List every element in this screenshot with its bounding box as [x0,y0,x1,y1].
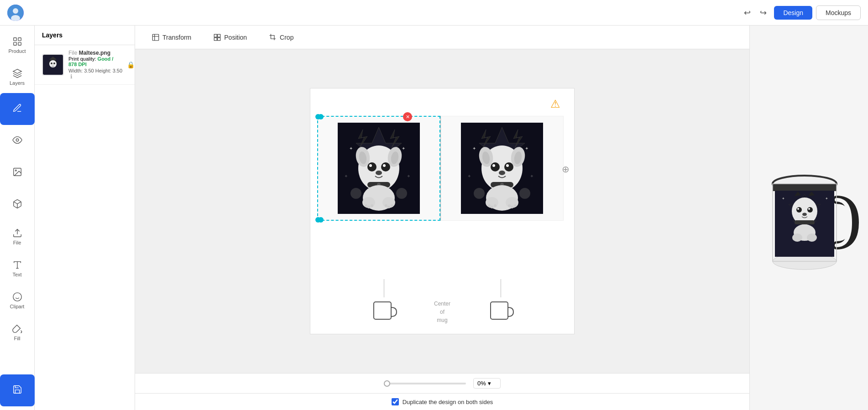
svg-point-90 [474,188,485,199]
svg-point-108 [808,208,810,210]
mockups-button[interactable]: Mockups [816,5,861,20]
mug-handles-area: Center of mug [370,279,514,325]
svg-point-91 [519,188,530,199]
right-image: ✦ ✦ ✧ ✧ [441,116,564,221]
topbar: ↩ ↪ Design Mockups [0,0,868,26]
svg-point-83 [508,204,511,207]
right-dog-svg: ✦ ✦ ✧ ✧ [461,123,543,214]
zoom-dropdown-arrow[interactable]: ▾ [488,380,491,387]
selection-close[interactable]: ✕ [403,112,412,121]
redo-button[interactable]: ↪ [756,6,770,20]
sidebar-label-clipart: Clipart [10,304,25,309]
zoom-value-text: 0% [477,380,486,387]
right-mug-icon [487,297,514,325]
undo-button[interactable]: ↩ [740,6,754,20]
svg-point-70 [491,162,500,171]
position-button[interactable]: Position [208,31,252,44]
sidebar-item-layers[interactable]: Layers [0,61,35,93]
crop-button[interactable]: Crop [263,31,299,44]
position-icon [213,33,221,42]
svg-point-9 [15,170,16,171]
position-label: Position [224,34,247,41]
sidebar-item-clipart[interactable]: Clipart [0,285,35,317]
sidebar-label-product: Product [9,48,26,54]
left-mug-icon [370,297,397,325]
svg-point-50 [367,206,370,208]
svg-point-39 [367,162,376,171]
svg-point-23 [53,62,55,64]
connector-line-left [383,279,384,297]
layer-dims: Width: 3.50 Height: 3.50 ℹ [68,68,122,80]
svg-rect-4 [18,38,21,41]
layers-panel-header: Layers [35,26,135,45]
svg-rect-98 [773,184,837,191]
svg-rect-110 [795,220,815,224]
avatar[interactable] [7,5,24,21]
svg-point-80 [488,204,491,207]
lock-icon[interactable]: 🔒 [127,61,135,68]
svg-point-54 [391,204,393,207]
sidebar-item-preview[interactable] [0,125,35,157]
svg-point-105 [796,207,802,213]
svg-point-72 [492,164,495,167]
svg-point-59 [350,188,361,199]
svg-text:✦: ✦ [525,146,528,151]
layer-quality: Print quality: Good / 878 DPI [68,56,122,67]
svg-point-14 [13,293,21,301]
canvas-area: Transform Position Crop ⚠ [135,26,749,410]
layers-panel: Layers File Maltese.png Print quality: G… [35,26,135,410]
design-canvas[interactable]: ⚠ [310,88,575,334]
sidebar-item-save[interactable] [0,374,35,406]
layer-item[interactable]: File Maltese.png Print quality: Good / 8… [35,45,135,85]
sidebar-item-draw[interactable] [0,93,35,125]
duplicate-checkbox[interactable] [392,398,399,405]
svg-point-113 [807,234,817,242]
connector-line-right [501,279,501,297]
duplicate-label: Duplicate the design on both sides [403,399,493,405]
design-button[interactable]: Design [774,6,812,20]
topbar-right: ↩ ↪ Design Mockups [740,5,861,20]
svg-text:✦: ✦ [402,146,405,151]
left-dog-svg: ✦ ✦ ✧ ✧ [338,123,420,214]
mug-preview-sidebar: ✦ ✦ [749,26,868,410]
svg-point-22 [51,62,52,64]
center-of-mug: Center of mug [434,299,450,324]
sidebar-item-text[interactable]: Text [0,253,35,285]
svg-point-43 [376,171,382,175]
svg-point-81 [491,206,493,208]
left-mug-connector [370,279,397,325]
main-area: Product Layers File [0,26,868,410]
left-image: ✦ ✦ ✧ ✧ [317,116,440,221]
svg-point-21 [49,60,57,67]
svg-text:✧: ✧ [530,174,533,178]
sidebar-item-file[interactable]: File [0,221,35,253]
svg-rect-3 [13,38,16,41]
svg-point-41 [369,164,372,167]
sidebar-label-layers: Layers [10,80,25,86]
svg-rect-6 [18,42,21,45]
sidebar-item-product[interactable]: Product [0,29,35,61]
svg-rect-29 [218,37,220,40]
svg-rect-5 [13,42,16,45]
svg-point-52 [385,204,387,207]
svg-text:✦: ✦ [825,197,828,201]
svg-point-60 [396,188,407,199]
sidebar-item-image[interactable] [0,157,35,189]
crop-label: Crop [280,34,293,41]
warning-icon: ⚠ [550,98,560,110]
zoom-slider[interactable] [384,383,466,384]
svg-rect-26 [214,34,217,37]
zoom-value-container: 0% ▾ [473,378,501,389]
sidebar-item-cube[interactable] [0,189,35,221]
layers-title: Layers [42,31,63,39]
svg-text:✦: ✦ [472,146,476,151]
transform-button[interactable]: Transform [146,31,197,44]
sidebar-label-text: Text [12,272,21,277]
svg-text:✧: ✧ [468,174,471,178]
sidebar-label-fill: Fill [14,336,20,341]
svg-text:✧: ✧ [407,174,410,178]
svg-point-106 [807,207,813,213]
move-cursor[interactable]: ⊕ [562,164,570,175]
canvas-toolbar: Transform Position Crop [135,26,749,49]
sidebar-item-fill[interactable]: Fill [0,317,35,348]
